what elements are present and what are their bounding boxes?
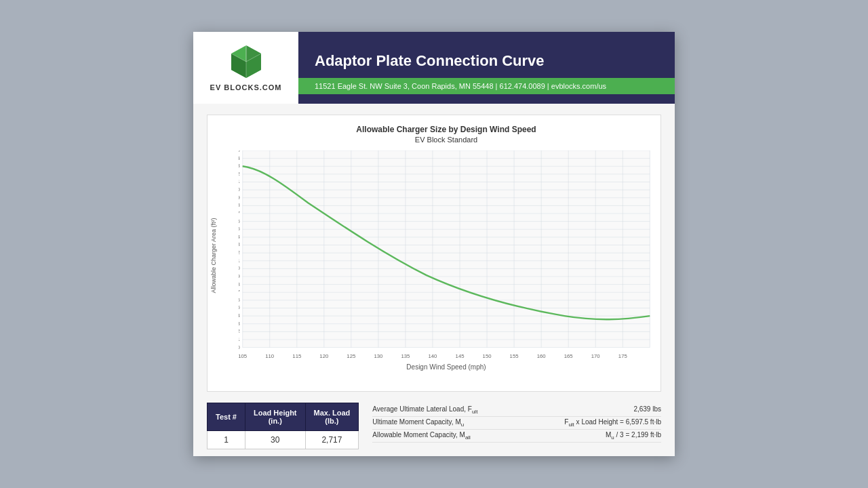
svg-text:115: 115 bbox=[292, 353, 301, 359]
y-axis-label: Allowable Charger Area (ft²) bbox=[210, 218, 217, 293]
svg-text:105: 105 bbox=[239, 353, 247, 359]
cell-max-load: 2,717 bbox=[305, 431, 359, 449]
col-header-max-load: Max. Load(lb.) bbox=[305, 403, 359, 431]
svg-text:135: 135 bbox=[401, 353, 410, 359]
svg-text:3: 3 bbox=[239, 321, 240, 327]
svg-text:16: 16 bbox=[239, 218, 240, 224]
stat-row-1: Average Ultimate Lateral Load, Fult 2,63… bbox=[372, 404, 661, 417]
cell-load-height: 30 bbox=[245, 431, 305, 449]
svg-text:4: 4 bbox=[239, 312, 241, 319]
chart-inner: Allowable Charger Area (ft²) bbox=[239, 150, 654, 361]
x-axis-label: Design Wind Speed (mph) bbox=[239, 363, 654, 371]
svg-text:10: 10 bbox=[239, 265, 240, 271]
title-section: Adaptor Plate Connection Curve 11521 Eag… bbox=[298, 32, 675, 104]
svg-text:12: 12 bbox=[239, 249, 240, 256]
svg-text:120: 120 bbox=[319, 353, 328, 359]
svg-text:6: 6 bbox=[239, 297, 240, 303]
table-row: 1 30 2,717 bbox=[208, 431, 359, 449]
svg-text:125: 125 bbox=[347, 353, 355, 359]
stat-label-2: Ultimate Moment Capacity, Mu bbox=[372, 418, 464, 428]
svg-text:130: 130 bbox=[374, 353, 382, 359]
svg-text:8: 8 bbox=[239, 281, 240, 287]
stat-label-3: Allowable Moment Capacity, Mall bbox=[372, 431, 471, 441]
table-section: Test # Load Height(in.) Max. Load(lb.) 1… bbox=[193, 403, 675, 456]
svg-text:175: 175 bbox=[618, 353, 627, 359]
svg-text:140: 140 bbox=[428, 353, 437, 359]
chart-svg: 0 1 2 3 4 5 6 7 8 9 10 11 12 13 bbox=[239, 150, 654, 361]
svg-text:150: 150 bbox=[483, 353, 492, 359]
svg-text:20: 20 bbox=[239, 186, 240, 192]
svg-text:18: 18 bbox=[239, 202, 240, 208]
chart-subtitle: EV Block Standard bbox=[239, 136, 654, 144]
svg-text:15: 15 bbox=[239, 226, 240, 232]
stat-row-2: Ultimate Moment Capacity, Mu Fult x Load… bbox=[372, 417, 661, 430]
svg-text:160: 160 bbox=[537, 353, 546, 359]
svg-text:19: 19 bbox=[239, 195, 240, 201]
svg-text:110: 110 bbox=[265, 353, 274, 359]
header: EV BLOCKS.COM Adaptor Plate Connection C… bbox=[193, 32, 675, 104]
svg-text:1: 1 bbox=[239, 336, 240, 342]
logo-text: EV BLOCKS.COM bbox=[210, 83, 282, 92]
chart-container: Allowable Charger Size by Design Wind Sp… bbox=[193, 104, 675, 403]
svg-text:145: 145 bbox=[456, 353, 465, 359]
page-container: EV BLOCKS.COM Adaptor Plate Connection C… bbox=[193, 32, 675, 456]
svg-text:7: 7 bbox=[239, 289, 240, 295]
address-bar: 11521 Eagle St. NW Suite 3, Coon Rapids,… bbox=[298, 78, 675, 94]
cell-test-num: 1 bbox=[208, 431, 245, 449]
svg-text:14: 14 bbox=[239, 234, 240, 240]
svg-text:2: 2 bbox=[239, 328, 240, 334]
stat-label-1: Average Ultimate Lateral Load, Fult bbox=[372, 405, 477, 415]
stat-row-3: Allowable Moment Capacity, Mall Mu / 3 =… bbox=[372, 430, 661, 443]
col-header-test: Test # bbox=[208, 403, 245, 431]
svg-text:24: 24 bbox=[239, 155, 240, 161]
col-header-load-height: Load Height(in.) bbox=[245, 403, 305, 431]
svg-text:22: 22 bbox=[239, 171, 240, 177]
stat-value-3: Mu / 3 = 2,199 ft·lb bbox=[606, 431, 661, 441]
logo-section: EV BLOCKS.COM bbox=[193, 32, 298, 104]
svg-text:0: 0 bbox=[239, 344, 240, 350]
svg-text:17: 17 bbox=[239, 210, 240, 216]
svg-text:21: 21 bbox=[239, 178, 240, 184]
svg-text:165: 165 bbox=[564, 353, 573, 359]
svg-text:13: 13 bbox=[239, 241, 240, 247]
svg-text:25: 25 bbox=[239, 150, 240, 153]
svg-text:170: 170 bbox=[591, 353, 600, 359]
stat-value-2: Fult x Load Height = 6,597.5 ft·lb bbox=[564, 418, 661, 428]
svg-text:23: 23 bbox=[239, 163, 240, 169]
svg-rect-8 bbox=[243, 150, 650, 348]
chart-title: Allowable Charger Size by Design Wind Sp… bbox=[239, 125, 654, 134]
svg-text:11: 11 bbox=[239, 258, 240, 264]
main-title: Adaptor Plate Connection Curve bbox=[298, 41, 675, 78]
svg-text:9: 9 bbox=[239, 273, 240, 279]
svg-text:155: 155 bbox=[510, 353, 519, 359]
data-table: Test # Load Height(in.) Max. Load(lb.) 1… bbox=[207, 403, 359, 449]
svg-text:5: 5 bbox=[239, 304, 240, 310]
ev-blocks-logo-icon bbox=[226, 44, 267, 79]
stats-section: Average Ultimate Lateral Load, Fult 2,63… bbox=[372, 403, 661, 443]
chart-wrapper: Allowable Charger Size by Design Wind Sp… bbox=[207, 115, 661, 392]
stat-value-1: 2,639 lbs bbox=[633, 405, 661, 415]
